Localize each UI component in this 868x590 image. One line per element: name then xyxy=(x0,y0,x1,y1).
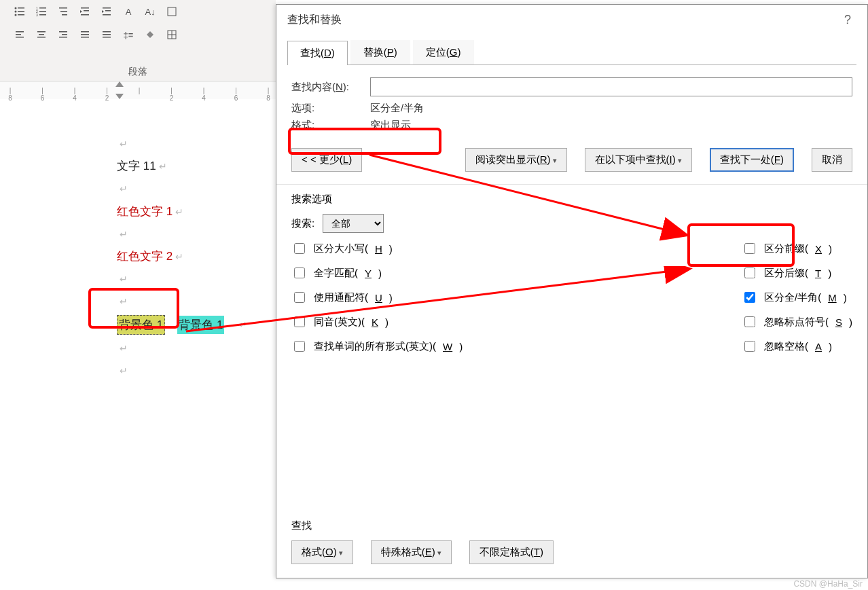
options-label: 选项: xyxy=(291,102,370,115)
svg-rect-12 xyxy=(59,7,67,9)
doc-text-line: 文字 11 xyxy=(117,160,156,172)
svg-rect-7 xyxy=(39,7,46,9)
doc-text-red2: 红色文字 2 xyxy=(117,250,173,263)
find-content-label: 查找内容(N): xyxy=(291,81,370,94)
svg-rect-18 xyxy=(81,14,89,16)
format-value: 突出显示 xyxy=(370,119,411,132)
decrease-indent-icon[interactable] xyxy=(77,4,92,19)
cb-whole-word[interactable]: 全字匹配(Y) xyxy=(291,265,463,280)
tab-goto[interactable]: 定位(G) xyxy=(413,40,474,64)
cb-full-half[interactable]: 区分全/半角(M) xyxy=(742,290,852,305)
reading-highlight-button[interactable]: 阅读突出显示(R) xyxy=(465,148,567,172)
svg-rect-11 xyxy=(39,14,46,16)
sort-icon[interactable]: A↓ xyxy=(143,4,158,19)
find-section-title: 查找 xyxy=(291,519,848,532)
cb-suffix[interactable]: 区分后缀(T) xyxy=(742,265,852,280)
svg-rect-15 xyxy=(81,7,89,9)
format-label: 格式: xyxy=(291,119,370,132)
svg-rect-25 xyxy=(16,34,21,35)
bullets-icon[interactable] xyxy=(12,4,27,19)
format-button[interactable]: 格式(O) xyxy=(291,540,353,564)
svg-rect-31 xyxy=(62,34,67,35)
dialog-titlebar[interactable]: 查找和替换 ? xyxy=(276,5,867,35)
options-value: 区分全/半角 xyxy=(370,102,424,115)
svg-point-2 xyxy=(15,11,17,13)
svg-marker-17 xyxy=(80,10,82,13)
svg-rect-22 xyxy=(103,14,111,16)
first-line-indent-marker[interactable] xyxy=(115,81,124,87)
svg-rect-37 xyxy=(103,34,111,35)
dialog-title: 查找和替换 xyxy=(287,13,342,27)
svg-marker-21 xyxy=(102,10,104,13)
find-next-button[interactable]: 查找下一处(F) xyxy=(710,148,794,172)
cb-prefix[interactable]: 区分前缀(X) xyxy=(742,241,852,256)
highlight-cyan: 背景色 1 xyxy=(177,316,224,334)
highlight-yellow: 背景色 1 xyxy=(117,315,165,335)
svg-text:3: 3 xyxy=(36,13,38,17)
ribbon-group-label: 段落 xyxy=(0,66,276,78)
svg-rect-1 xyxy=(18,7,24,9)
no-format-button[interactable]: 不限定格式(T) xyxy=(469,540,554,564)
svg-rect-3 xyxy=(18,11,24,12)
search-direction-label: 搜索: xyxy=(291,217,314,230)
svg-rect-9 xyxy=(39,11,46,12)
align-center-icon[interactable] xyxy=(34,27,49,42)
svg-rect-14 xyxy=(62,14,67,16)
svg-rect-28 xyxy=(39,34,44,35)
svg-rect-34 xyxy=(81,34,89,35)
ribbon: 123 A A↓ ‡≡ 段落 xyxy=(0,0,276,81)
find-content-input[interactable] xyxy=(370,77,852,96)
svg-rect-5 xyxy=(18,14,24,16)
align-left-icon[interactable] xyxy=(12,27,27,42)
multilevel-list-icon[interactable] xyxy=(56,4,71,19)
cb-sounds-like[interactable]: 同音(英文)(K) xyxy=(291,314,463,329)
cb-match-case[interactable]: 区分大小写(H) xyxy=(291,241,463,256)
search-direction-select[interactable]: 全部 xyxy=(323,214,384,233)
align-right-icon[interactable] xyxy=(56,27,71,42)
ruler[interactable]: | 8| 6| 4| 2|| 2| 4| 6| 8 xyxy=(0,81,276,99)
doc-text-red1: 红色文字 1 xyxy=(117,205,173,218)
text-effects-icon[interactable]: A xyxy=(121,4,136,19)
box-icon[interactable] xyxy=(164,4,179,19)
special-button[interactable]: 特殊格式(E) xyxy=(371,540,452,564)
less-button[interactable]: < < 更少(L) xyxy=(291,148,362,172)
svg-point-4 xyxy=(15,14,17,16)
shading-icon[interactable] xyxy=(143,27,158,42)
distribute-icon[interactable] xyxy=(99,27,114,42)
svg-rect-16 xyxy=(84,10,89,12)
line-spacing-icon[interactable]: ‡≡ xyxy=(121,27,136,42)
svg-rect-38 xyxy=(103,37,111,38)
cancel-button[interactable]: 取消 xyxy=(812,148,852,172)
search-options-title: 搜索选项 xyxy=(291,193,852,206)
numbering-icon[interactable]: 123 xyxy=(34,4,49,19)
tab-find[interactable]: 查找(D) xyxy=(287,41,348,65)
find-in-button[interactable]: 在以下项中查找(I) xyxy=(585,148,692,172)
cb-wildcards[interactable]: 使用通配符(U) xyxy=(291,290,463,305)
svg-rect-13 xyxy=(60,11,67,12)
svg-rect-24 xyxy=(16,31,24,33)
svg-rect-19 xyxy=(103,7,111,9)
cb-word-forms[interactable]: 查找单词的所有形式(英文)(W) xyxy=(291,339,463,354)
borders-icon[interactable] xyxy=(164,27,179,42)
svg-rect-33 xyxy=(81,31,89,33)
document-area[interactable]: ↵ 文字 11↵ ↵ 红色文字 1↵ ↵ 红色文字 2↵ ↵ ↵ 背景色 1 背… xyxy=(117,134,266,384)
watermark: CSDN @HaHa_Sir xyxy=(793,579,863,589)
svg-rect-36 xyxy=(103,31,111,33)
help-button[interactable]: ? xyxy=(839,13,856,27)
svg-point-0 xyxy=(15,7,17,10)
svg-rect-27 xyxy=(37,31,46,33)
align-justify-icon[interactable] xyxy=(77,27,92,42)
svg-rect-35 xyxy=(81,37,89,38)
svg-rect-29 xyxy=(37,37,46,38)
svg-rect-20 xyxy=(105,10,111,12)
svg-rect-26 xyxy=(16,37,24,38)
svg-rect-32 xyxy=(59,37,67,38)
cb-whitespace[interactable]: 忽略空格(A) xyxy=(742,339,852,354)
tabstrip: 查找(D) 替换(P) 定位(G) xyxy=(287,40,856,65)
find-replace-dialog: 查找和替换 ? 查找(D) 替换(P) 定位(G) 查找内容(N): 选项: 区… xyxy=(276,4,868,578)
svg-rect-23 xyxy=(168,7,176,16)
cb-punctuation[interactable]: 忽略标点符号(S) xyxy=(742,314,852,329)
hanging-indent-marker[interactable] xyxy=(115,94,124,99)
increase-indent-icon[interactable] xyxy=(99,4,114,19)
tab-replace[interactable]: 替换(P) xyxy=(350,40,410,64)
